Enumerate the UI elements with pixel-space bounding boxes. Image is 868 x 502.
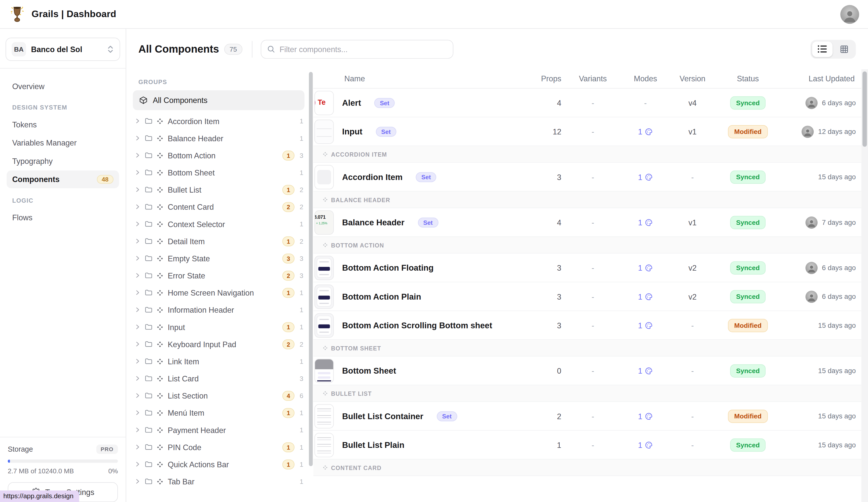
trophy-logo-icon [9, 5, 25, 23]
group-item-home-screen-navigation[interactable]: Home Screen Navigation11 [126, 284, 313, 301]
group-item-empty-state[interactable]: Empty State33 [126, 250, 313, 267]
chevron-right-icon [134, 307, 141, 313]
group-count: 2 [299, 186, 303, 194]
palette-icon [645, 173, 653, 181]
group-item-quick-actions-bar[interactable]: Quick Actions Bar11 [126, 456, 313, 473]
table-row-balance-header[interactable]: 8.071+ 1,25%Balance HeaderSet4-1v1Synced… [313, 208, 861, 237]
table-row-bottom-sheet[interactable]: Bottom Sheet0-1-Synced15 days ago [313, 357, 861, 385]
group-label: Content Card [168, 202, 214, 211]
sidebar-nav: OverviewDESIGN SYSTEMTokensVariables Man… [0, 69, 126, 227]
table-header: NamePropsVariantsModesVersionStatusLast … [313, 69, 861, 89]
section-label: CONTENT CARD [331, 464, 382, 471]
workspace-selector[interactable]: BA Banco del Sol [6, 38, 120, 61]
group-count: 1 [299, 306, 303, 314]
group-item-link-item[interactable]: Link Item1 [126, 353, 313, 370]
component-diamond-icon [323, 152, 328, 157]
modes-link[interactable]: 1 [638, 321, 653, 329]
sidebar-item-typography[interactable]: Typography [7, 152, 119, 170]
table-section-bottom-sheet: BOTTOM SHEET [313, 340, 861, 357]
props-value: 1 [557, 440, 562, 449]
sidebar-item-variables-manager[interactable]: Variables Manager [7, 134, 119, 152]
component-diamond-icon [157, 461, 163, 468]
sidebar-item-overview[interactable]: Overview [7, 78, 119, 95]
component-diamond-icon [157, 324, 163, 330]
group-item-bottom-sheet[interactable]: Bottom Sheet1 [126, 164, 313, 181]
modes-link[interactable]: 1 [638, 263, 653, 272]
component-diamond-icon [323, 346, 328, 350]
grid-view-button[interactable] [834, 41, 854, 57]
table-row-bottom-action-floating[interactable]: Bottom Action Floating3-1v2Synced6 days … [313, 254, 861, 282]
group-item-balance-header[interactable]: Balance Header1 [126, 130, 313, 147]
sidebar-item-label: Typography [12, 156, 53, 165]
sidebar-item-tokens[interactable]: Tokens [7, 116, 119, 133]
group-item-menú-item[interactable]: Menú Item11 [126, 404, 313, 421]
group-label: Input [168, 322, 185, 331]
table-row-bottom-action-plain[interactable]: Bottom Action Plain3-1v2Synced6 days ago [313, 282, 861, 311]
chevron-right-icon [134, 135, 141, 141]
table-scrollbar-thumb[interactable] [862, 72, 867, 147]
group-all-components[interactable]: All Components [133, 90, 304, 110]
modified-count-badge: 1 [282, 287, 294, 298]
list-view-button[interactable] [812, 41, 833, 57]
chevron-right-icon [134, 118, 141, 124]
table-row-bullet-list-container[interactable]: Bullet List ContainerSet2-1-Modified15 d… [313, 402, 861, 430]
group-item-context-selector[interactable]: Context Selector1 [126, 215, 313, 232]
table-row-bullet-list-plain[interactable]: Bullet List Plain1-1-Synced15 days ago [313, 431, 861, 460]
search-input[interactable] [280, 44, 447, 53]
sidebar-item-flows[interactable]: Flows [7, 209, 119, 226]
group-item-error-state[interactable]: Error State23 [126, 267, 313, 284]
modes-link[interactable]: 1 [638, 173, 653, 181]
modes-link[interactable]: 1 [638, 292, 653, 301]
modified-count-badge: 2 [282, 202, 294, 212]
group-count: 3 [299, 254, 303, 262]
status-badge: Synced [730, 261, 766, 274]
group-count: 2 [299, 237, 303, 245]
component-diamond-icon [157, 221, 163, 227]
group-item-content-card[interactable]: Content Card22 [126, 198, 313, 215]
storage-usage: 2.7 MB of 10240.0 MB [8, 467, 74, 475]
folder-icon [145, 272, 153, 280]
modes-link[interactable]: 1 [638, 412, 653, 420]
props-value: 3 [557, 263, 562, 272]
group-item-bottom-action[interactable]: Bottom Action13 [126, 147, 313, 164]
group-item-information-header[interactable]: Information Header1 [126, 301, 313, 318]
status-badge: Synced [730, 170, 766, 184]
group-item-list-card[interactable]: List Card3 [126, 370, 313, 387]
table-row-bottom-action-scrolling-bottom-sheet[interactable]: Bottom Action Scrolling Bottom sheet3-1-… [313, 311, 861, 340]
groups-scrollbar[interactable] [309, 72, 313, 466]
version-empty: - [691, 440, 694, 449]
group-count: 1 [299, 289, 303, 297]
modes-link[interactable]: 1 [638, 218, 653, 227]
component-name: Bottom Action Scrolling Bottom sheet [342, 320, 492, 330]
group-item-payment-header[interactable]: Payment Header1 [126, 421, 313, 438]
group-item-keyboard-input-pad[interactable]: Keyboard Input Pad22 [126, 336, 313, 353]
modes-link[interactable]: 1 [638, 127, 653, 136]
group-item-bullet-list[interactable]: Bullet List12 [126, 181, 313, 198]
component-diamond-icon [157, 169, 163, 176]
group-item-detail-item[interactable]: Detail Item12 [126, 233, 313, 250]
chevron-right-icon [134, 375, 141, 381]
component-name: Input [342, 127, 362, 136]
modes-link[interactable]: 1 [638, 440, 653, 449]
sidebar-item-label: Flows [12, 213, 32, 222]
group-count: 2 [299, 340, 303, 348]
table-row-alert[interactable]: ) TeAlertSet4--v4Synced6 days ago [313, 89, 861, 117]
section-label: ACCORDION ITEM [331, 151, 387, 157]
folder-icon [145, 254, 153, 262]
table-row-accordion-item[interactable]: Accordion ItemSet3-1-Synced15 days ago [313, 163, 861, 192]
component-diamond-icon [323, 391, 328, 396]
table-row-input[interactable]: InputSet12-1v1Modified12 days ago [313, 117, 861, 146]
group-item-input[interactable]: Input11 [126, 318, 313, 335]
group-count: 1 [299, 426, 303, 434]
group-item-accordion-item[interactable]: Accordion Item1 [126, 112, 313, 130]
chevron-right-icon [134, 152, 141, 158]
user-avatar[interactable] [840, 5, 859, 24]
group-item-pin-code[interactable]: PIN Code11 [126, 439, 313, 456]
version-empty: - [691, 412, 694, 420]
chevron-right-icon [134, 410, 141, 416]
modes-link[interactable]: 1 [638, 366, 653, 375]
group-item-list-section[interactable]: List Section46 [126, 387, 313, 404]
sidebar-item-components[interactable]: Components48 [7, 171, 119, 188]
group-count: 1 [299, 117, 303, 125]
group-item-tab-bar[interactable]: Tab Bar1 [126, 473, 313, 490]
